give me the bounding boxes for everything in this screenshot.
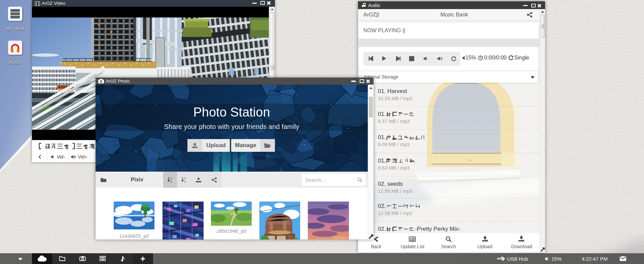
svg-text:A: A bbox=[184, 180, 186, 183]
svg-text:A: A bbox=[171, 177, 173, 180]
svg-text:Z: Z bbox=[171, 180, 173, 183]
svg-text:Z: Z bbox=[184, 177, 186, 180]
